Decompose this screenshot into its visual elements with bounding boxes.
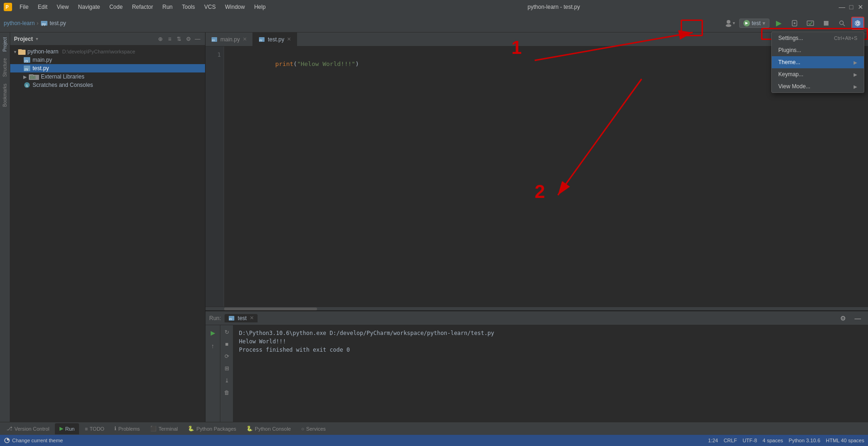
status-theme-label[interactable]: Change current theme bbox=[12, 438, 63, 443]
project-header: Project ▾ ⊕ ≡ ⇅ ⚙ — bbox=[10, 33, 205, 46]
status-encoding[interactable]: UTF-8 bbox=[742, 438, 757, 443]
profile-button[interactable]: ▾ bbox=[723, 17, 736, 30]
project-header-left: Project ▾ bbox=[14, 36, 38, 42]
editor-scrollbar[interactable] bbox=[205, 307, 868, 310]
status-position[interactable]: 1:24 bbox=[708, 438, 718, 443]
project-collapse-icon[interactable]: ≡ bbox=[166, 35, 173, 43]
bottom-tab-services[interactable]: ○ Services bbox=[297, 423, 331, 434]
side-tab-structure[interactable]: Structure bbox=[1, 55, 8, 80]
tree-item-main-py[interactable]: py main.py bbox=[10, 56, 205, 64]
dropdown-keymap-arrow-icon: ▶ bbox=[854, 72, 857, 77]
debug-button[interactable] bbox=[788, 17, 801, 30]
menu-code[interactable]: Code bbox=[106, 3, 126, 11]
dropdown-plugins[interactable]: Plugins... bbox=[772, 44, 864, 56]
bottom-tab-terminal[interactable]: ⬛ Terminal bbox=[146, 423, 183, 434]
bottom-tab-run[interactable]: ▶ Run bbox=[55, 423, 79, 434]
editor-run-column: py main.py ✕ py test.py ✕ 1 print("Helow… bbox=[205, 33, 868, 422]
project-locate-icon[interactable]: ⊕ bbox=[157, 35, 164, 43]
search-everywhere-button[interactable] bbox=[835, 17, 848, 30]
bottom-tab-python-packages[interactable]: 🐍 Python Packages bbox=[183, 423, 241, 434]
dropdown-keymap[interactable]: Keymap... ▶ bbox=[772, 68, 864, 80]
run-minimize-icon[interactable]: — bbox=[851, 312, 864, 325]
menu-help[interactable]: Help bbox=[251, 3, 270, 11]
side-tab-project[interactable]: Project bbox=[1, 34, 8, 54]
toolbar: python-learn › py test.py ▾ ▶ test ▾ ▶ bbox=[0, 14, 868, 33]
menu-vcs[interactable]: VCS bbox=[200, 3, 219, 11]
status-line-ending[interactable]: CRLF bbox=[723, 438, 737, 443]
run-rerun-up-button[interactable]: ↑ bbox=[207, 340, 219, 351]
project-minimize-icon[interactable]: — bbox=[194, 35, 201, 43]
minimize-button[interactable]: — bbox=[838, 3, 846, 11]
tree-scratches-label: Scratches and Consoles bbox=[33, 82, 93, 88]
menu-run[interactable]: Run bbox=[159, 3, 176, 11]
dropdown-settings[interactable]: Settings... Ctrl+Alt+S bbox=[772, 32, 864, 44]
python-packages-icon: 🐍 bbox=[188, 426, 194, 432]
run-tab-test[interactable]: py test ✕ bbox=[225, 314, 257, 322]
tree-item-scratches[interactable]: S Scratches and Consoles bbox=[10, 81, 205, 89]
menu-view[interactable]: View bbox=[53, 3, 73, 11]
svg-rect-9 bbox=[824, 21, 828, 26]
menu-refactor[interactable]: Refactor bbox=[128, 3, 157, 11]
bottom-tab-version-control[interactable]: ⎇ Version Control bbox=[2, 423, 54, 434]
bottom-tab-todo[interactable]: ≡ TODO bbox=[80, 423, 109, 434]
dropdown-view-mode-label: View Mode... bbox=[778, 83, 810, 90]
run-with-coverage-button[interactable] bbox=[804, 17, 817, 30]
window-controls[interactable]: — □ ✕ bbox=[838, 3, 864, 11]
maximize-button[interactable]: □ bbox=[848, 3, 855, 11]
app-logo: P bbox=[4, 3, 12, 11]
project-header-icons: ⊕ ≡ ⇅ ⚙ — bbox=[157, 35, 201, 43]
settings-button[interactable] bbox=[851, 17, 864, 30]
bottom-tab-problems[interactable]: ℹ Problems bbox=[110, 423, 144, 434]
close-button[interactable]: ✕ bbox=[857, 3, 864, 11]
tab-main-py-close[interactable]: ✕ bbox=[243, 36, 247, 42]
dropdown-settings-label: Settings... bbox=[778, 35, 803, 41]
menu-window[interactable]: Window bbox=[221, 3, 249, 11]
project-dropdown-icon[interactable]: ▾ bbox=[36, 36, 38, 41]
bottom-tab-python-console-label: Python Console bbox=[255, 426, 291, 432]
dropdown-theme[interactable]: Theme... ▶ bbox=[772, 56, 864, 68]
tree-item-test-py[interactable]: py test.py bbox=[10, 64, 205, 72]
tab-test-py-close[interactable]: ✕ bbox=[287, 36, 291, 42]
tree-item-external-libs[interactable]: ▶ External Libraries bbox=[10, 72, 205, 81]
svg-rect-20 bbox=[29, 74, 33, 76]
run-toolbar-stop[interactable]: ■ bbox=[222, 339, 232, 349]
run-toolbar-rerun[interactable]: ↻ bbox=[222, 327, 232, 337]
run-output: D:\Python3.10.6\python.exe D:/develop/Py… bbox=[233, 325, 868, 422]
svg-point-12 bbox=[857, 22, 859, 24]
tab-test-py[interactable]: py test.py ✕ bbox=[253, 33, 297, 46]
project-panel: Project ▾ ⊕ ≡ ⇅ ⚙ — ▾ python-learn D:\de… bbox=[10, 33, 205, 422]
menu-bar[interactable]: File Edit View Navigate Code Refactor Ru… bbox=[16, 3, 269, 11]
dropdown-view-mode-arrow-icon: ▶ bbox=[854, 84, 857, 89]
run-toolbar-pin[interactable]: ⟳ bbox=[222, 351, 232, 361]
menu-edit[interactable]: Edit bbox=[34, 3, 51, 11]
run-play-button[interactable]: ▶ bbox=[207, 327, 219, 338]
bottom-tab-terminal-label: Terminal bbox=[159, 426, 178, 432]
run-tab-close-icon[interactable]: ✕ bbox=[250, 315, 254, 321]
menu-tools[interactable]: Tools bbox=[178, 3, 199, 11]
tab-main-py[interactable]: py main.py ✕ bbox=[205, 33, 253, 46]
run-tab-label: test bbox=[238, 315, 246, 321]
run-toolbar-trash[interactable]: 🗑 bbox=[222, 387, 232, 398]
side-tab-bookmarks[interactable]: Bookmarks bbox=[1, 81, 8, 110]
run-toolbar-scroll[interactable]: ⤓ bbox=[222, 375, 232, 386]
run-button[interactable]: ▶ bbox=[772, 17, 785, 30]
status-indent[interactable]: 4 spaces bbox=[762, 438, 783, 443]
menu-file[interactable]: File bbox=[16, 3, 32, 11]
project-sort-icon[interactable]: ⇅ bbox=[175, 35, 183, 43]
project-settings-icon[interactable]: ⚙ bbox=[185, 35, 192, 43]
status-python-version[interactable]: Python 3.10.6 bbox=[788, 438, 820, 443]
menu-navigate[interactable]: Navigate bbox=[74, 3, 104, 11]
svg-rect-8 bbox=[807, 21, 814, 26]
run-configuration[interactable]: ▶ test ▾ bbox=[739, 19, 769, 28]
run-toolbar-filter[interactable]: ⊞ bbox=[222, 363, 232, 374]
stop-button[interactable] bbox=[820, 17, 833, 30]
tree-item-root[interactable]: ▾ python-learn D:\develop\PyCharm\worksp… bbox=[10, 47, 205, 56]
svg-point-10 bbox=[840, 21, 843, 25]
svg-point-7 bbox=[794, 22, 795, 24]
bottom-tab-python-console[interactable]: 🐍 Python Console bbox=[242, 423, 296, 434]
run-settings-icon[interactable]: ⚙ bbox=[836, 312, 849, 325]
dropdown-view-mode[interactable]: View Mode... ▶ bbox=[772, 80, 864, 92]
title-bar: P File Edit View Navigate Code Refactor … bbox=[0, 0, 868, 14]
breadcrumb-project[interactable]: python-learn bbox=[4, 20, 35, 26]
editor-content: 1 print("Helow World!!!") bbox=[205, 46, 868, 307]
